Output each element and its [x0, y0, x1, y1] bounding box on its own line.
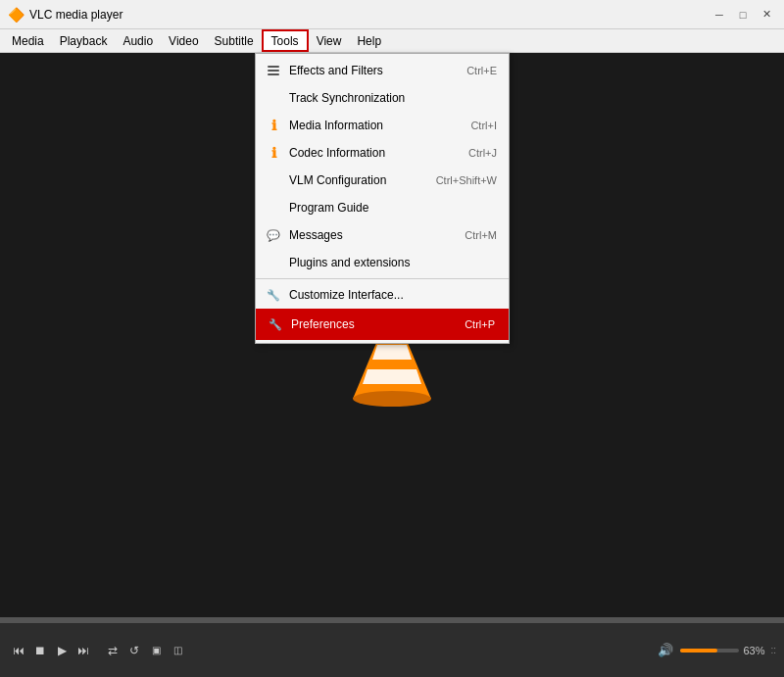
dropdown-separator: [256, 278, 509, 279]
svg-marker-2: [363, 369, 421, 384]
effects-icon: [264, 61, 283, 80]
plugins-icon: [264, 253, 283, 272]
menu-tools[interactable]: Tools: [262, 29, 309, 52]
messages-icon: 💬: [264, 225, 283, 245]
minimize-button[interactable]: ─: [710, 5, 729, 24]
volume-label: 63%: [743, 645, 764, 656]
track-sync-label: Track Synchronization: [289, 91, 477, 105]
controls-row: ⏮ ⏹ ▶ ⏭ ⇄ ↺ ▣ ◫ 🔊 63% ::: [0, 623, 784, 677]
preferences-shortcut: Ctrl+P: [465, 318, 495, 330]
vlm-label: VLM Configuration: [289, 173, 416, 187]
preferences-icon: 🔧: [266, 314, 285, 334]
dropdown-program-guide[interactable]: Program Guide: [256, 194, 509, 221]
program-guide-label: Program Guide: [289, 201, 477, 215]
next-button[interactable]: ⏭: [73, 640, 94, 661]
random-button[interactable]: ⇄: [102, 640, 123, 661]
plugins-label: Plugins and extensions: [289, 256, 477, 269]
bottom-bar: ⏮ ⏹ ▶ ⏭ ⇄ ↺ ▣ ◫ 🔊 63% ::: [0, 617, 784, 677]
prev-button[interactable]: ⏮: [8, 640, 29, 661]
volume-fill: [680, 649, 717, 653]
media-info-shortcut: Ctrl+I: [470, 120, 497, 131]
title-bar: 🔶 VLC media player ─ □ ✕: [0, 0, 784, 29]
codec-info-shortcut: Ctrl+J: [468, 147, 497, 159]
track-sync-icon: [264, 88, 283, 108]
dropdown-vlm-config[interactable]: VLM Configuration Ctrl+Shift+W: [256, 167, 509, 194]
repeat-button[interactable]: ↺: [123, 640, 145, 661]
menu-help[interactable]: Help: [349, 29, 389, 52]
dropdown-codec-info[interactable]: ℹ Codec Information Ctrl+J: [256, 139, 509, 167]
play-pause-button[interactable]: ▶: [51, 640, 73, 661]
program-guide-icon: [264, 198, 283, 218]
volume-icon[interactable]: 🔊: [655, 640, 676, 661]
codec-info-label: Codec Information: [289, 146, 449, 160]
svg-point-3: [353, 391, 431, 407]
menu-video[interactable]: Video: [161, 29, 206, 52]
menu-audio[interactable]: Audio: [115, 29, 161, 52]
tools-dropdown: Effects and Filters Ctrl+E Track Synchro…: [255, 53, 510, 344]
dropdown-media-info[interactable]: ℹ Media Information Ctrl+I: [256, 112, 509, 139]
aspect-button[interactable]: ◫: [167, 640, 188, 661]
fullscreen-area: ::: [770, 645, 776, 655]
dropdown-messages[interactable]: 💬 Messages Ctrl+M: [256, 221, 509, 249]
resize-indicator: ::: [770, 645, 776, 655]
frame-button[interactable]: ▣: [145, 640, 167, 661]
menu-media[interactable]: Media: [4, 29, 52, 52]
dropdown-plugins[interactable]: Plugins and extensions: [256, 249, 509, 276]
menu-bar: Media Playback Audio Video Subtitle Tool…: [0, 29, 784, 53]
vlm-icon: [264, 170, 283, 190]
dropdown-customize[interactable]: 🔧 Customize Interface...: [256, 281, 509, 309]
volume-slider[interactable]: [680, 649, 739, 653]
close-button[interactable]: ✕: [757, 5, 776, 24]
menu-subtitle[interactable]: Subtitle: [207, 29, 262, 52]
codec-info-icon: ℹ: [264, 143, 283, 163]
stop-button[interactable]: ⏹: [29, 640, 51, 661]
effects-label: Effects and Filters: [289, 64, 447, 77]
menu-playback[interactable]: Playback: [52, 29, 116, 52]
title-text: VLC media player: [29, 8, 776, 22]
media-info-icon: ℹ: [264, 116, 283, 135]
effects-shortcut: Ctrl+E: [466, 65, 497, 76]
vlc-icon: 🔶: [8, 7, 24, 23]
vlm-shortcut: Ctrl+Shift+W: [436, 174, 497, 186]
preferences-label: Preferences: [291, 317, 445, 331]
main-content: Effects and Filters Ctrl+E Track Synchro…: [0, 53, 784, 637]
volume-area: 🔊 63%: [655, 640, 764, 661]
customize-label: Customize Interface...: [289, 288, 477, 302]
customize-icon: 🔧: [264, 285, 283, 305]
window-controls: ─ □ ✕: [710, 5, 776, 24]
dropdown-track-sync[interactable]: Track Synchronization: [256, 84, 509, 112]
dropdown-effects-filters[interactable]: Effects and Filters Ctrl+E: [256, 57, 509, 84]
media-info-label: Media Information: [289, 119, 451, 132]
messages-shortcut: Ctrl+M: [465, 229, 497, 241]
maximize-button[interactable]: □: [733, 5, 753, 24]
messages-label: Messages: [289, 228, 445, 242]
menu-view[interactable]: View: [309, 29, 350, 52]
dropdown-preferences[interactable]: 🔧 Preferences Ctrl+P: [256, 309, 509, 340]
svg-marker-1: [372, 345, 412, 360]
